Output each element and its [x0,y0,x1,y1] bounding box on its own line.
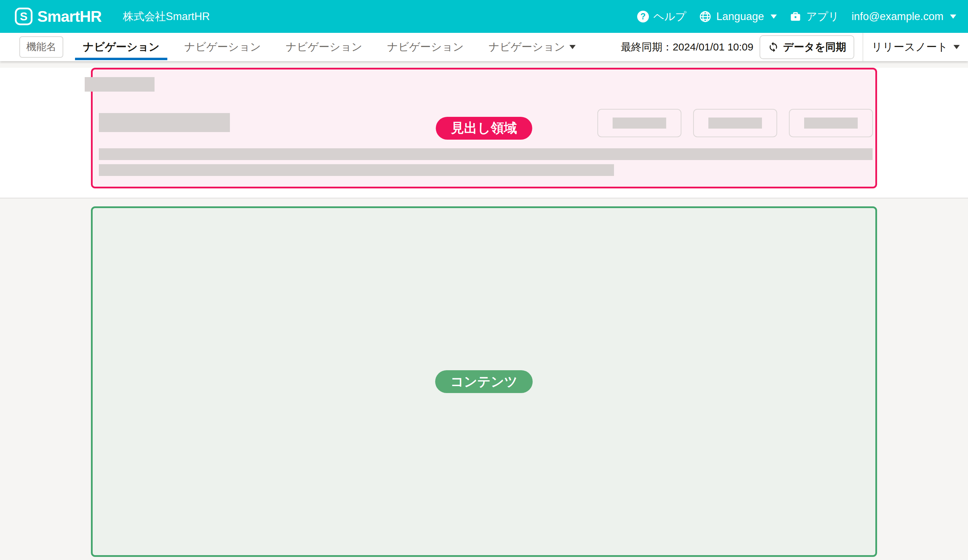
skeleton-button-label-bar [804,118,858,129]
apps-label: アプリ [806,9,839,24]
nav-tab-2[interactable]: ナビゲーション [176,33,269,61]
nav-tab-label: ナビゲーション [286,40,362,54]
content-area: コンテンツ [91,206,877,557]
smarthr-wordmark: SmartHR [37,8,102,26]
account-email: info@example.com [852,10,943,23]
nav-right: 最終同期：2024/01/01 10:09 データを同期 リリースノート [621,33,960,61]
skeleton-button-label-bar [708,118,762,129]
release-notes-label: リリースノート [872,40,948,54]
smarthr-logo[interactable]: S SmartHR [15,8,102,26]
skeleton-button-2[interactable] [693,109,777,137]
chevron-down-icon [950,15,956,19]
skeleton-button-3[interactable] [789,109,873,137]
apps-menu[interactable]: アプリ [789,9,839,24]
skeleton-button-label-bar [613,118,666,129]
help-link[interactable]: ? ヘルプ [637,9,686,24]
content-section: コンテンツ [0,199,968,560]
hero-section: 見出し領域 [0,68,968,199]
nav-tab-label: ナビゲーション [184,40,261,54]
page: S SmartHR 株式会社SmartHR ? ヘルプ [0,0,968,560]
globe-icon [699,10,712,23]
release-notes-menu[interactable]: リリースノート [872,40,960,54]
skeleton-text-line-1 [99,148,873,160]
skeleton-app-name-bar [85,77,154,91]
nav-tab-label: ナビゲーション [387,40,464,54]
help-label: ヘルプ [653,9,686,24]
skeleton-text-line-2 [99,164,614,176]
help-icon: ? [637,11,649,22]
app-header: S SmartHR 株式会社SmartHR ? ヘルプ [0,0,968,33]
nav-tab-label: ナビゲーション [83,40,159,54]
nav-tabs: ナビゲーション ナビゲーション ナビゲーション ナビゲーション ナビゲーション [75,33,583,61]
header-actions: ? ヘルプ Language [637,9,956,24]
apps-icon [789,10,802,23]
language-label: Language [716,10,764,23]
logo-s-glyph: S [20,11,27,22]
last-sync-label: 最終同期：2024/01/01 10:09 [621,40,754,54]
app-nav: 機能名 ナビゲーション ナビゲーション ナビゲーション ナビゲーション ナビゲー… [0,33,968,61]
nav-tab-3[interactable]: ナビゲーション [278,33,370,61]
chevron-down-icon [771,15,777,19]
smarthr-logo-icon: S [15,8,33,25]
skeleton-button-1[interactable] [597,109,681,137]
chevron-down-icon [569,45,575,49]
heading-area-badge: 見出し領域 [436,117,532,140]
feature-name-label: 機能名 [19,36,63,58]
content-area-badge: コンテンツ [435,370,533,393]
nav-tab-5-dropdown[interactable]: ナビゲーション [481,33,583,61]
nav-tab-4[interactable]: ナビゲーション [379,33,472,61]
heading-area: 見出し領域 [91,68,877,188]
tenant-name: 株式会社SmartHR [123,9,210,24]
nav-tab-label: ナビゲーション [489,40,565,54]
nav-tab-1[interactable]: ナビゲーション [75,33,167,61]
chevron-down-icon [953,45,960,49]
sync-icon [768,41,779,53]
language-menu[interactable]: Language [699,10,777,23]
skeleton-page-title-bar [99,113,230,132]
sync-data-button[interactable]: データを同期 [759,35,854,59]
heading-action-buttons [597,109,873,137]
sync-button-label: データを同期 [783,40,846,54]
vertical-divider [863,33,863,61]
account-menu[interactable]: info@example.com [852,10,956,23]
